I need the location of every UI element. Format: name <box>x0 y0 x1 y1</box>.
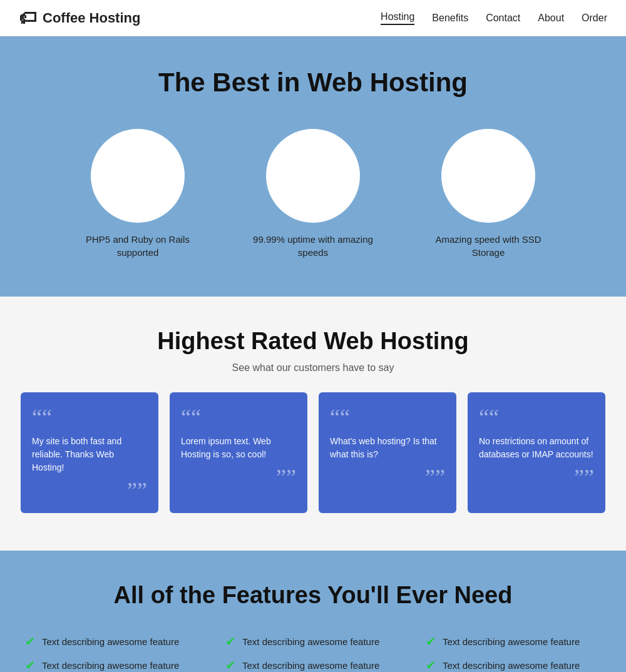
feature-item-0-0: ✔Text describing awesome feature <box>25 634 200 649</box>
nav-item-hosting[interactable]: Hosting <box>381 11 414 25</box>
hero-feature-icon-2 <box>441 129 535 223</box>
testimonial-card-1: ““Lorem ipsum text. Web Hosting is so, s… <box>170 392 307 513</box>
feature-item-2-1: ✔Text describing awesome feature <box>426 658 601 672</box>
testimonial-text-1: Lorem ipsum text. Web Hosting is so, so … <box>181 435 296 461</box>
feature-label-2-0: Text describing awesome feature <box>443 636 580 647</box>
logo: 🏷 Coffee Hosting <box>19 8 140 28</box>
hero-feature-caption-2: Amazing speed with SSD Storage <box>426 233 551 259</box>
ratings-subtitle: See what our customers have to say <box>19 362 607 374</box>
check-icon-2-1: ✔ <box>426 658 436 672</box>
hero-feature-2: Amazing speed with SSD Storage <box>426 129 551 259</box>
check-icon-1-0: ✔ <box>225 634 236 649</box>
features-col-2: ✔Text describing awesome feature✔Text de… <box>426 634 601 672</box>
feature-item-1-0: ✔Text describing awesome feature <box>225 634 401 649</box>
hero-title: The Best in Web Hosting <box>13 68 613 98</box>
ratings-section: Highest Rated Web Hosting See what our c… <box>0 297 626 551</box>
features-col-0: ✔Text describing awesome feature✔Text de… <box>25 634 200 672</box>
hero-feature-icon-0 <box>91 129 185 223</box>
nav-item-about[interactable]: About <box>538 13 564 24</box>
hero-feature-0: PHP5 and Ruby on Rails supported <box>75 129 200 259</box>
quote-close-2: ”” <box>330 466 445 489</box>
check-icon-2-0: ✔ <box>426 634 436 649</box>
hero-feature-icon-1 <box>266 129 360 223</box>
nav-item-benefits[interactable]: Benefits <box>432 13 468 24</box>
check-icon-0-0: ✔ <box>25 634 36 649</box>
quote-open-1: ““ <box>181 406 296 429</box>
features-grid: ✔Text describing awesome feature✔Text de… <box>19 634 607 672</box>
feature-label-1-1: Text describing awesome feature <box>242 660 379 671</box>
header: 🏷 Coffee Hosting HostingBenefitsContactA… <box>0 0 626 36</box>
testimonial-text-3: No restrictions on amount of databases o… <box>479 435 594 461</box>
testimonial-card-3: ““No restrictions on amount of databases… <box>468 392 605 513</box>
nav-item-order[interactable]: Order <box>582 13 607 24</box>
testimonial-text-2: What's web hosting? Is that what this is… <box>330 435 445 461</box>
quote-close-0: ”” <box>32 479 147 502</box>
feature-label-0-1: Text describing awesome feature <box>42 660 179 671</box>
testimonials: ““My site is both fast and reliable. Tha… <box>19 392 607 513</box>
features-section: All of the Features You'll Ever Need ✔Te… <box>0 551 626 672</box>
feature-label-1-0: Text describing awesome feature <box>242 636 379 647</box>
quote-open-2: ““ <box>330 406 445 429</box>
feature-label-0-0: Text describing awesome feature <box>42 636 179 647</box>
quote-close-1: ”” <box>181 466 296 489</box>
hero-section: The Best in Web Hosting PHP5 and Ruby on… <box>0 36 626 297</box>
features-col-1: ✔Text describing awesome feature✔Text de… <box>225 634 401 672</box>
feature-item-2-0: ✔Text describing awesome feature <box>426 634 601 649</box>
hero-features: PHP5 and Ruby on Rails supported99.99% u… <box>13 129 613 259</box>
testimonial-text-0: My site is both fast and reliable. Thank… <box>32 435 147 474</box>
quote-close-3: ”” <box>479 466 594 489</box>
check-icon-1-1: ✔ <box>225 658 236 672</box>
hero-feature-1: 99.99% uptime with amazing speeds <box>250 129 376 259</box>
testimonial-card-2: ““What's web hosting? Is that what this … <box>319 392 456 513</box>
logo-icon: 🏷 <box>19 8 36 28</box>
quote-open-3: ““ <box>479 406 594 429</box>
logo-text: Coffee Hosting <box>43 10 140 26</box>
check-icon-0-1: ✔ <box>25 658 36 672</box>
feature-item-1-1: ✔Text describing awesome feature <box>225 658 401 672</box>
ratings-title: Highest Rated Web Hosting <box>19 328 607 355</box>
main-nav: HostingBenefitsContactAboutOrder <box>381 11 607 25</box>
hero-feature-caption-1: 99.99% uptime with amazing speeds <box>250 233 376 259</box>
hero-feature-caption-0: PHP5 and Ruby on Rails supported <box>75 233 200 259</box>
feature-item-0-1: ✔Text describing awesome feature <box>25 658 200 672</box>
testimonial-card-0: ““My site is both fast and reliable. Tha… <box>21 392 158 513</box>
nav-item-contact[interactable]: Contact <box>486 13 520 24</box>
quote-open-0: ““ <box>32 406 147 429</box>
features-title: All of the Features You'll Ever Need <box>19 582 607 609</box>
feature-label-2-1: Text describing awesome feature <box>443 660 580 671</box>
